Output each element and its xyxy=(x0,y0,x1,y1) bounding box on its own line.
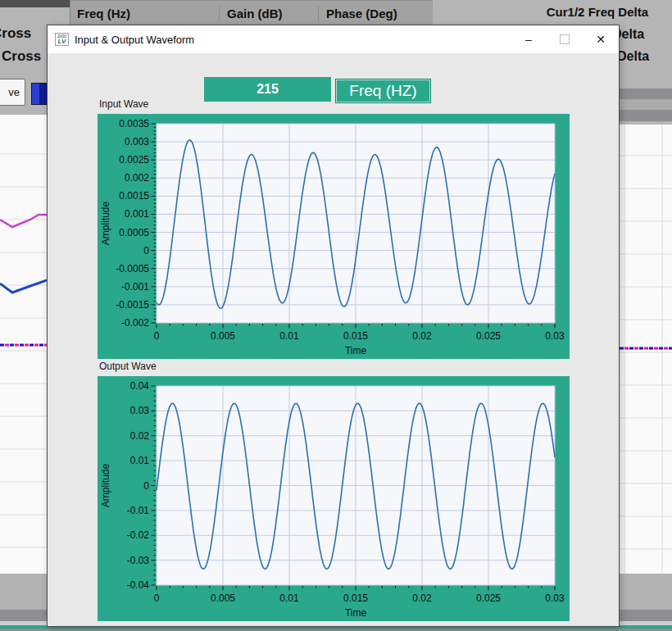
svg-text:-0.001: -0.001 xyxy=(121,281,149,293)
svg-text:0.001: 0.001 xyxy=(125,208,149,220)
svg-text:0: 0 xyxy=(143,480,149,492)
svg-text:0.005: 0.005 xyxy=(211,592,235,604)
screen: Freq (Hz) Gain (dB) Phase (Deg) Cur1/2 F… xyxy=(0,0,672,631)
column-header-phase: Phase (Deg) xyxy=(318,7,432,20)
svg-text:0.0005: 0.0005 xyxy=(119,227,149,238)
background-band xyxy=(620,89,672,99)
svg-text:-0.04: -0.04 xyxy=(127,579,150,591)
svg-text:0.0035: 0.0035 xyxy=(119,118,149,129)
delta-label-2: Delta xyxy=(617,49,649,64)
svg-text:0: 0 xyxy=(154,330,160,342)
svg-text:0.015: 0.015 xyxy=(343,592,368,604)
svg-text:-0.03: -0.03 xyxy=(127,555,150,566)
svg-text:Time: Time xyxy=(345,607,367,619)
background-dark-strip xyxy=(0,0,70,7)
cross-label-1: Cross xyxy=(0,25,31,42)
close-button[interactable]: ✕ xyxy=(583,25,619,53)
window-titlebar[interactable]: 2000 LV Input & Output Waveform – ✕ xyxy=(48,25,619,53)
svg-text:0.02: 0.02 xyxy=(412,330,432,342)
output-wave-chart: 00.0050.010.0150.020.0250.030.040.030.02… xyxy=(98,376,570,621)
svg-text:0.0015: 0.0015 xyxy=(119,190,149,202)
column-header-gain: Gain (dB) xyxy=(219,7,318,20)
svg-text:0.02: 0.02 xyxy=(412,592,432,604)
svg-text:Amplitude: Amplitude xyxy=(100,202,111,246)
svg-text:0.01: 0.01 xyxy=(130,455,150,466)
svg-text:0.002: 0.002 xyxy=(125,172,149,184)
input-wave-title: Input Wave xyxy=(99,98,148,110)
minimize-button[interactable]: – xyxy=(511,25,547,53)
labview-vi-icon: 2000 LV xyxy=(55,33,69,46)
svg-text:-0.02: -0.02 xyxy=(127,529,150,541)
svg-text:0.015: 0.015 xyxy=(343,330,368,342)
maximize-icon xyxy=(560,34,570,44)
svg-text:0.01: 0.01 xyxy=(279,592,299,604)
svg-text:0.03: 0.03 xyxy=(545,592,565,604)
svg-text:-0.0015: -0.0015 xyxy=(116,299,149,311)
background-chart-right-fragment xyxy=(620,125,672,574)
frequency-unit-label: Freq (HZ) xyxy=(335,79,431,103)
waveform-window: 2000 LV Input & Output Waveform – ✕ 215 … xyxy=(47,25,620,627)
input-wave-chart: 00.0050.010.0150.020.0250.030.00350.0030… xyxy=(98,114,570,359)
cursor-freq-delta-label: Cur1/2 Freq Delta xyxy=(547,5,648,19)
svg-text:Time: Time xyxy=(345,345,367,356)
background-band xyxy=(620,99,672,110)
svg-text:0.03: 0.03 xyxy=(545,330,565,342)
background-chart-left-fragment xyxy=(0,115,47,574)
column-header-freq: Freq (Hz) xyxy=(70,7,219,20)
svg-text:0.03: 0.03 xyxy=(130,405,150,416)
svg-text:0: 0 xyxy=(143,245,149,256)
svg-text:Amplitude: Amplitude xyxy=(100,464,111,508)
svg-text:0.025: 0.025 xyxy=(476,330,501,342)
svg-text:0.0025: 0.0025 xyxy=(119,154,149,166)
svg-text:0.025: 0.025 xyxy=(476,592,501,604)
background-table-header: Freq (Hz) Gain (dB) Phase (Deg) xyxy=(70,0,433,26)
maximize-button[interactable] xyxy=(547,25,583,53)
frequency-indicator: 215 xyxy=(204,77,331,102)
svg-text:-0.002: -0.002 xyxy=(121,317,149,329)
cross-label-2: Cross xyxy=(2,48,41,65)
svg-text:0.01: 0.01 xyxy=(279,330,299,342)
svg-text:0.003: 0.003 xyxy=(125,136,149,148)
background-band xyxy=(620,110,672,121)
window-title: Input & Output Waveform xyxy=(75,34,511,46)
output-wave-title: Output Wave xyxy=(99,361,157,372)
svg-text:0.02: 0.02 xyxy=(130,430,150,442)
svg-text:-0.0005: -0.0005 xyxy=(116,263,149,275)
svg-text:0.005: 0.005 xyxy=(211,330,235,342)
background-partial-button[interactable]: ve xyxy=(0,79,25,106)
svg-text:0.04: 0.04 xyxy=(130,380,150,392)
svg-text:0: 0 xyxy=(154,592,160,604)
svg-text:-0.01: -0.01 xyxy=(127,505,150,516)
